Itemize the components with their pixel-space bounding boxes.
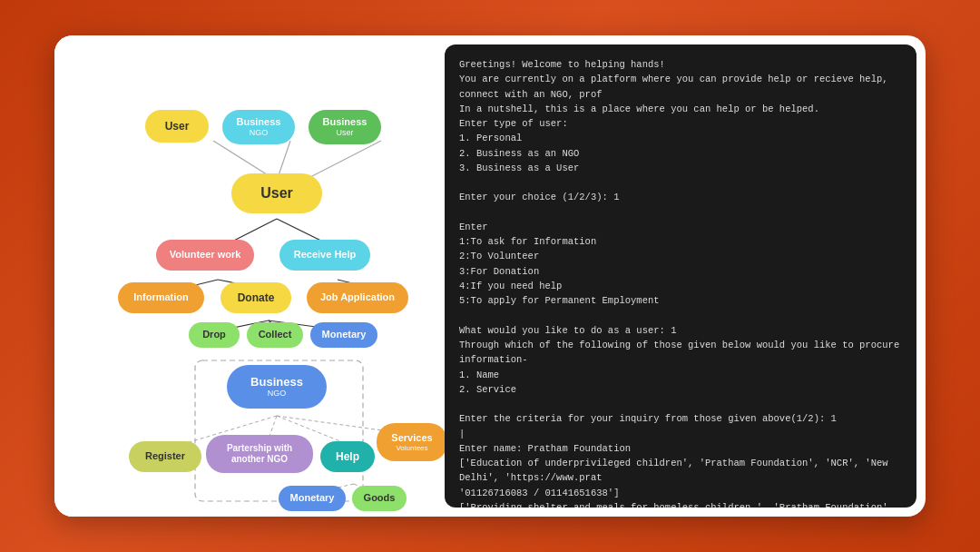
node-user-main: User [231,173,322,213]
node-services: Services Voluntees [377,423,445,461]
terminal-panel: Greetings! Welcome to helping hands! You… [445,44,916,508]
left-panel: User Business NGO Business User User Vol… [54,35,445,517]
node-business-ngo2: Business NGO [227,365,327,409]
node-business-user: Business User [309,110,381,144]
node-donate: Donate [220,282,291,313]
node-help: Help [320,441,375,472]
main-card: User Business NGO Business User User Vol… [54,35,926,517]
node-register: Register [129,441,201,472]
node-business-ngo: Business NGO [222,110,295,144]
terminal-content: Greetings! Welcome to helping hands! You… [459,57,902,508]
node-information: Information [118,282,204,313]
node-user-top1: User [145,110,209,143]
node-receive-help: Receive Help [279,240,370,271]
node-drop: Drop [189,322,240,348]
node-volunteer: Volunteer work [156,240,254,271]
node-job-application: Job Application [307,282,408,313]
node-monetary: Monetary [310,322,377,348]
node-monetary2: Monetary [279,486,346,511]
node-partnership: Partership with another NGO [206,435,313,473]
node-goods: Goods [352,486,407,511]
node-collect: Collect [247,322,303,348]
